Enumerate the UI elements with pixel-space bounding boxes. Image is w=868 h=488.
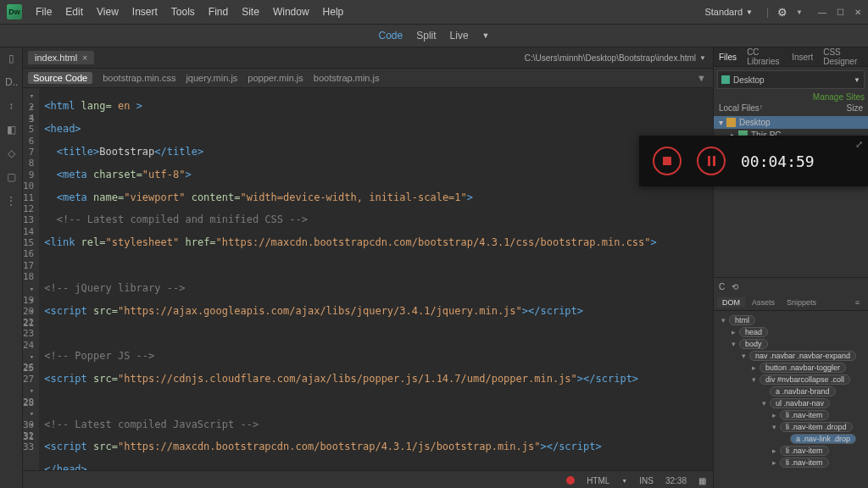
file-mgmt-icon[interactable]: ▯ (5, 53, 17, 64)
menu-tools[interactable]: Tools (164, 6, 202, 18)
dreamweaver-logo: Dw (7, 4, 22, 19)
error-indicator-icon[interactable] (566, 476, 575, 485)
status-lang[interactable]: HTML (587, 476, 609, 485)
dom-tree-node[interactable]: ▸head (715, 326, 866, 338)
dom-tree-node[interactable]: a .navbar-brand (715, 385, 866, 397)
record-timer: 00:04:59 (741, 152, 815, 170)
menu-window[interactable]: Window (266, 6, 316, 18)
pause-record-button[interactable] (697, 147, 726, 175)
related-file[interactable]: bootstrap.min.css (103, 73, 175, 83)
dom-tree-node[interactable]: ▾li .nav-item .dropd (715, 421, 866, 433)
menu-file[interactable]: File (29, 6, 58, 18)
overview-icon[interactable]: ▦ (698, 476, 706, 485)
tool-icon[interactable]: ◇ (5, 147, 17, 159)
menu-edit[interactable]: Edit (58, 6, 90, 18)
tab-files[interactable]: Files (714, 53, 742, 62)
dom-toolbar: C ⟲ (714, 278, 868, 295)
related-source-code[interactable]: Source Code (28, 72, 92, 84)
dom-tree-node[interactable]: ▸li .nav-item (715, 457, 866, 469)
files-header: Local Files ↑Size (714, 102, 868, 114)
tab-insert[interactable]: Insert (787, 53, 818, 62)
view-live[interactable]: Live (443, 28, 476, 43)
dom-tree-node[interactable]: ▸li .nav-item (715, 409, 866, 421)
filter-icon[interactable]: ▼ (697, 73, 706, 83)
status-mode: INS (639, 476, 654, 485)
menu-site[interactable]: Site (235, 6, 266, 18)
related-file[interactable]: bootstrap.min.js (314, 73, 380, 83)
close-icon[interactable]: × (82, 53, 87, 63)
menu-find[interactable]: Find (202, 6, 235, 18)
tab-index-html[interactable]: index.html× (28, 51, 94, 64)
dom-tree-node[interactable]: ▾ul .navbar-nav (715, 397, 866, 409)
link-icon[interactable]: ⟲ (732, 282, 738, 291)
related-file[interactable]: popper.min.js (248, 73, 303, 83)
dom-tree-node[interactable]: ▾html (715, 314, 866, 326)
file-tree-item[interactable]: ▾Desktop (714, 116, 868, 129)
refresh-icon[interactable]: C (719, 282, 725, 291)
menu-view[interactable]: View (90, 6, 125, 18)
menu-insert[interactable]: Insert (125, 6, 164, 18)
tool-icon[interactable]: ⋮ (5, 195, 17, 207)
menu-help[interactable]: Help (316, 6, 351, 18)
editor-area: index.html× C:\Users\minnh\Desktop\Boots… (23, 47, 713, 488)
right-panel: Files CC Libraries Insert CSS Designer D… (713, 47, 868, 488)
dom-tree-node[interactable]: ▸li .nav-item (715, 445, 866, 457)
tab-snippets[interactable]: Snippets (782, 297, 821, 308)
tab-cc-libraries[interactable]: CC Libraries (742, 47, 787, 66)
related-file[interactable]: jquery.min.js (186, 73, 237, 83)
stop-record-button[interactable] (653, 147, 682, 175)
d-icon[interactable]: D.. (5, 76, 17, 88)
document-tabs: index.html× C:\Users\minnh\Desktop\Boots… (23, 47, 713, 69)
gear-icon[interactable]: ⚙ (777, 6, 787, 19)
popout-icon[interactable]: ⤢ (855, 139, 863, 150)
status-position: 32:38 (665, 476, 687, 485)
left-toolbar: ▯ D.. ↕ ◧ ◇ ▢ ⋮ (0, 47, 23, 488)
dom-tree-node[interactable]: ▾body (715, 338, 866, 350)
dropdown-icon[interactable]: ▼ (699, 54, 706, 62)
panel-tabs: Files CC Libraries Insert CSS Designer (714, 47, 868, 67)
file-path: C:\Users\minnh\Desktop\Bootstrap\index.h… (525, 53, 713, 63)
dom-tree-node[interactable]: a .nav-link .drop (715, 433, 866, 445)
manage-sites-link[interactable]: Manage Sites (813, 92, 868, 102)
dom-panel: C ⟲ DOM Assets Snippets ≡ ▾html▸head▾bod… (714, 277, 868, 488)
view-dropdown-icon[interactable]: ▼ (476, 30, 497, 42)
panel-menu-icon[interactable]: ≡ (850, 297, 865, 308)
status-bar: HTML▼ INS 32:38 ▦ (23, 470, 713, 488)
dom-tree[interactable]: ▾html▸head▾body▾nav .navbar .navbar-expa… (714, 311, 868, 488)
view-code[interactable]: Code (372, 28, 410, 43)
tab-dom[interactable]: DOM (717, 297, 745, 308)
site-selector[interactable]: Desktop▼ (717, 70, 865, 89)
tool-icon[interactable]: ◧ (5, 124, 17, 136)
line-gutter: ▾ 2▾ 3456789101112131415161718▾ 19▾ 20▾ … (23, 88, 39, 470)
menubar: Dw File Edit View Insert Tools Find Site… (0, 0, 868, 25)
tab-assets[interactable]: Assets (747, 297, 780, 308)
code-editor[interactable]: ▾ 2▾ 3456789101112131415161718▾ 19▾ 20▾ … (23, 88, 713, 470)
dom-tabs: DOM Assets Snippets ≡ (714, 295, 868, 311)
tool-icon[interactable]: ▢ (5, 171, 17, 183)
tool-icon[interactable]: ↕ (5, 100, 17, 112)
tab-css-designer[interactable]: CSS Designer (818, 47, 868, 66)
dom-tree-node[interactable]: ▾div #nvbarcollapse .coll (715, 374, 866, 385)
dom-tree-node[interactable]: ▾nav .navbar .navbar-expand (715, 350, 866, 362)
minimize-button[interactable]: — (818, 8, 826, 17)
related-files-bar: Source Code bootstrap.min.css jquery.min… (23, 69, 713, 88)
maximize-button[interactable]: ☐ (837, 8, 844, 17)
dom-tree-node[interactable]: ▸button .navbar-toggler (715, 362, 866, 374)
close-button[interactable]: ✕ (854, 8, 861, 17)
window-controls: — ☐ ✕ (818, 8, 861, 17)
screen-recorder-overlay: ⤢ 00:04:59 (639, 136, 868, 186)
view-switcher: Code Split Live ▼ (0, 25, 868, 47)
view-split[interactable]: Split (409, 28, 442, 43)
workspace-selector[interactable]: Standard ▼ (699, 5, 758, 19)
code-content[interactable]: <html lang= en > <head> <title>Bootstrap… (39, 88, 713, 470)
